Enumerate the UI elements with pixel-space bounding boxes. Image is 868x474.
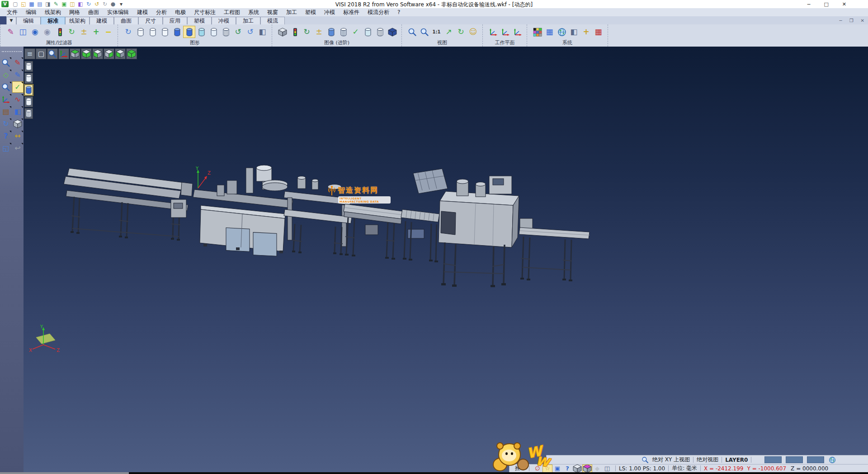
layer-bar[interactable] xyxy=(786,456,803,463)
tab-active[interactable]: 标准 xyxy=(41,17,65,24)
display-flat-icon[interactable] xyxy=(24,96,33,107)
monitor-tools-icon[interactable]: ◧ xyxy=(257,26,268,38)
selection-filter-icon[interactable] xyxy=(1,57,11,68)
menu-item[interactable]: ? xyxy=(393,9,404,15)
workplane-view-icon[interactable] xyxy=(500,26,511,38)
filter-remove-icon[interactable]: − xyxy=(103,26,114,38)
sketch-pencil-icon[interactable]: ✎ xyxy=(13,70,23,80)
render-dashed-icon[interactable] xyxy=(159,26,170,38)
filter-traffic-light-icon[interactable] xyxy=(54,26,65,38)
menu-item[interactable]: 工程图 xyxy=(220,9,244,16)
view-left-icon[interactable] xyxy=(92,48,103,59)
layer-bar[interactable] xyxy=(764,456,782,463)
tab-item[interactable]: 塑模 xyxy=(187,17,212,24)
layer-bar[interactable] xyxy=(807,456,824,463)
minimize-button[interactable]: ─ xyxy=(807,1,811,7)
toolbar-drag-handle[interactable] xyxy=(2,51,22,55)
menu-item[interactable]: 分析 xyxy=(152,9,171,16)
workplane-axes-icon[interactable] xyxy=(487,26,499,38)
workplane-align-icon[interactable] xyxy=(512,26,523,38)
tab-item[interactable]: 线架构 xyxy=(65,17,90,24)
menu-item[interactable]: 实体编辑 xyxy=(103,9,133,16)
tab-item[interactable]: 模流 xyxy=(260,17,285,24)
menu-item[interactable]: 建模 xyxy=(133,9,152,16)
view-isometric-icon[interactable] xyxy=(126,48,137,59)
doc-restore-button[interactable]: ❐ xyxy=(849,18,854,23)
system-globe-icon[interactable] xyxy=(556,26,567,38)
view-menu-icon[interactable]: ≡ xyxy=(24,48,35,59)
export-cube-icon[interactable] xyxy=(573,465,582,472)
attribute-books-icon[interactable]: ▤ xyxy=(1,106,11,117)
solid-tag-icon[interactable] xyxy=(362,26,373,38)
attribute-copy-icon[interactable]: ◫ xyxy=(17,26,28,38)
zoom-solid-icon[interactable] xyxy=(1,82,11,92)
model-viewport[interactable]: ≡▢ Y Z Y X Z xyxy=(24,47,868,472)
display-hidden-line-icon[interactable] xyxy=(24,73,33,84)
view-mode-label[interactable]: 绝对 XY 上视图 xyxy=(652,456,690,464)
magic-wand-icon[interactable]: ☆ xyxy=(543,465,552,472)
zoom-scale-1-1-icon[interactable]: 1:1 xyxy=(431,26,442,38)
regenerate-icon[interactable]: ↻ xyxy=(123,26,134,38)
solid-shaded-icon[interactable] xyxy=(326,26,337,38)
tab-item[interactable]: 曲面 xyxy=(114,17,138,24)
view-orientation-face-icon[interactable]: ☺ xyxy=(467,26,479,38)
solids-plus-minus-icon[interactable]: ± xyxy=(313,26,325,38)
no-entry-icon[interactable]: ∅ xyxy=(533,465,542,472)
solids-refresh-icon[interactable]: ↻ xyxy=(301,26,312,38)
view-front-icon[interactable] xyxy=(115,48,126,59)
solid-mesh-icon[interactable] xyxy=(374,26,386,38)
render-update-icon[interactable]: ↺ xyxy=(232,26,244,38)
solids-add-icon[interactable] xyxy=(277,26,288,38)
active-layer-label[interactable]: LAYER0 xyxy=(725,457,748,463)
view-search-icon[interactable] xyxy=(642,456,649,464)
menu-item[interactable]: 编辑 xyxy=(22,9,41,16)
menu-item[interactable]: 塑模 xyxy=(301,9,320,16)
view-refresh-icon[interactable]: ↻ xyxy=(455,26,467,38)
regen-view-icon[interactable]: ↻ xyxy=(1,118,11,129)
curve-edit-icon[interactable]: ∿ xyxy=(13,94,23,104)
garment-icon[interactable]: ◆ xyxy=(593,465,602,472)
tab-item[interactable]: 编辑 xyxy=(16,17,41,24)
help-icon[interactable]: ? xyxy=(1,131,11,141)
hide-entities-eye-icon[interactable]: ◉ xyxy=(42,26,53,38)
render-shaded-edges-icon[interactable] xyxy=(184,26,195,38)
tab-item[interactable]: 加工 xyxy=(236,17,260,24)
delete-trash-icon[interactable]: ◱ xyxy=(1,143,11,153)
view-top-icon[interactable] xyxy=(70,48,80,59)
component-box-icon[interactable]: ▣ xyxy=(553,465,562,472)
snap-lock-label[interactable]: 拴牢 xyxy=(515,465,526,472)
maximize-button[interactable]: □ xyxy=(824,1,828,7)
display-wireframe-icon[interactable] xyxy=(24,61,33,72)
visibility-plus-minus-icon[interactable]: ± xyxy=(78,26,90,38)
tab-item[interactable]: 尺寸 xyxy=(138,17,163,24)
menu-item[interactable]: 网格 xyxy=(65,9,84,16)
menu-item[interactable]: 电极 xyxy=(171,9,190,16)
menu-item[interactable]: 加工 xyxy=(282,9,301,16)
system-raster-icon[interactable]: ▦ xyxy=(593,26,604,38)
menu-item[interactable]: 模流分析 xyxy=(363,9,393,16)
filter-add-icon[interactable]: + xyxy=(90,26,102,38)
solid-cube-icon[interactable] xyxy=(13,118,23,129)
system-window-tools-icon[interactable]: ◧ xyxy=(568,26,580,38)
view-axonometric-icon[interactable] xyxy=(58,48,69,59)
tab-dropdown-button[interactable]: ▼ xyxy=(6,17,16,24)
menu-item[interactable]: 标准件 xyxy=(339,9,363,16)
confirm-checkbox-icon[interactable]: ✓ xyxy=(13,82,23,92)
display-mesh-icon[interactable] xyxy=(24,108,33,119)
close-button[interactable]: ✕ xyxy=(842,1,846,7)
ucs-axes-icon[interactable] xyxy=(1,94,11,104)
grid-window-icon[interactable]: ◫ xyxy=(603,465,612,472)
tab-item[interactable]: 冲模 xyxy=(212,17,236,24)
menu-item[interactable]: 尺寸标注 xyxy=(190,9,220,16)
doc-minimize-button[interactable]: ─ xyxy=(840,18,842,23)
menu-item[interactable]: 文件 xyxy=(3,9,22,16)
render-hidden-line-icon[interactable] xyxy=(147,26,158,38)
render-transparent-icon[interactable] xyxy=(196,26,207,38)
view-right-icon[interactable] xyxy=(104,48,114,59)
view-plane-icon[interactable]: ▢ xyxy=(36,48,47,59)
display-shaded-icon[interactable] xyxy=(24,85,33,95)
workplane-grid-icon[interactable]: ◇ xyxy=(1,70,11,80)
zoom-window-icon[interactable] xyxy=(419,26,430,38)
render-flat-icon[interactable] xyxy=(208,26,219,38)
window-layout-icon[interactable]: ◧ xyxy=(13,106,23,117)
